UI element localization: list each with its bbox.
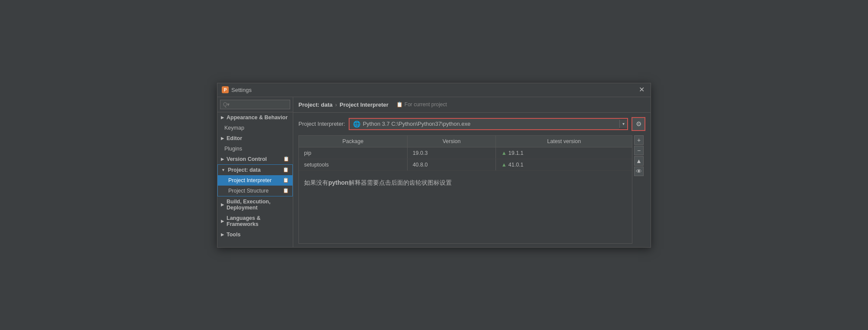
table-row[interactable]: pip 19.0.3 ▲19.1.1 xyxy=(299,147,632,159)
close-button[interactable]: ✕ xyxy=(637,85,646,94)
sidebar-label: Project Structure xyxy=(228,188,269,194)
up-icon: ▲ xyxy=(636,157,642,164)
table-actions: + − ▲ 👁 xyxy=(632,135,645,244)
annotation-bold: python xyxy=(328,179,349,186)
breadcrumb-project: Project: data xyxy=(298,101,333,108)
title-bar: P Settings ✕ xyxy=(217,83,651,97)
breadcrumb-separator: › xyxy=(335,101,337,108)
arrow-icon: ▶ xyxy=(221,115,224,120)
packages-table-wrap: Package Version Latest version pip 19.0.… xyxy=(298,135,632,244)
interpreter-value: Python 3.7 C:\Python\Python37\python.exe xyxy=(363,121,471,127)
sidebar-label: Languages & Frameworks xyxy=(227,215,289,227)
sidebar-label: Keymap xyxy=(224,125,244,131)
breadcrumb-bar: Project: data › Project Interpreter 📋 Fo… xyxy=(293,97,651,113)
window-title: Settings xyxy=(231,87,252,93)
sidebar-item-editor[interactable]: ▶ Editor xyxy=(217,133,293,144)
arrow-icon: ▶ xyxy=(221,157,224,161)
interpreter-label: Project Interpreter: xyxy=(298,121,345,127)
remove-package-button[interactable]: − xyxy=(634,146,644,155)
copy-icon: 📋 xyxy=(283,156,289,162)
title-bar-left: P Settings xyxy=(222,86,252,93)
project-data-section: ▼ Project: data 📋 Project Interpreter 📋 … xyxy=(217,164,293,196)
up-button[interactable]: ▲ xyxy=(634,156,644,166)
arrow-icon: ▶ xyxy=(221,136,224,140)
copy-icon: 📋 xyxy=(283,167,289,173)
arrow-icon: ▼ xyxy=(221,168,225,172)
sidebar-item-version-control[interactable]: ▶ Version Control 📋 xyxy=(217,154,293,164)
table-row[interactable]: setuptools 40.8.0 ▲41.0.1 xyxy=(299,159,632,170)
sidebar-label: Project: data xyxy=(228,167,261,173)
cell-latest: ▲19.1.1 xyxy=(496,147,632,159)
sidebar: ▶ Appearance & Behavior Keymap ▶ Editor … xyxy=(217,97,293,247)
remove-icon: − xyxy=(637,147,641,154)
interpreter-row: Project Interpreter: 🌐 Python 3.7 C:\Pyt… xyxy=(293,113,651,135)
sidebar-label: Editor xyxy=(227,135,242,141)
arrow-icon: ▶ xyxy=(221,232,224,237)
sidebar-item-plugins[interactable]: Plugins xyxy=(217,144,293,154)
sidebar-item-appearance-behavior[interactable]: ▶ Appearance & Behavior xyxy=(217,112,293,123)
search-box xyxy=(217,97,293,112)
python-icon: 🌐 xyxy=(353,121,360,127)
sidebar-item-project-structure[interactable]: Project Structure 📋 xyxy=(218,186,292,196)
sidebar-label: Version Control xyxy=(227,156,267,162)
breadcrumb-meta-text: For current project xyxy=(405,101,447,108)
copy-icon: 📋 xyxy=(283,177,289,183)
cell-version: 19.0.3 xyxy=(407,147,496,159)
cell-version: 40.8.0 xyxy=(407,159,496,170)
sidebar-label: Plugins xyxy=(224,146,242,152)
app-icon: P xyxy=(222,86,229,93)
col-latest: Latest version xyxy=(496,136,632,147)
cell-package: setuptools xyxy=(299,159,407,170)
arrow-icon: ▶ xyxy=(221,219,224,223)
sidebar-item-project-interpreter[interactable]: Project Interpreter 📋 xyxy=(218,175,292,186)
main-content: Project: data › Project Interpreter 📋 Fo… xyxy=(293,97,651,247)
settings-window: P Settings ✕ ▶ Appearance & Behavior Key… xyxy=(217,83,651,248)
content-area: ▶ Appearance & Behavior Keymap ▶ Editor … xyxy=(217,97,651,247)
eye-icon: 👁 xyxy=(636,168,642,175)
sidebar-label: Build, Execution, Deployment xyxy=(227,199,289,211)
cell-latest: ▲41.0.1 xyxy=(496,159,632,170)
gear-icon: ⚙ xyxy=(636,120,641,128)
breadcrumb-meta-icon: 📋 xyxy=(396,101,403,108)
col-package: Package xyxy=(299,136,407,147)
col-version: Version xyxy=(407,136,496,147)
eye-button[interactable]: 👁 xyxy=(634,167,644,176)
annotation-text: 如果没有python解释器需要点击后面的齿轮状图标设置 xyxy=(299,171,632,195)
packages-table: Package Version Latest version pip 19.0.… xyxy=(299,136,632,171)
sidebar-item-tools[interactable]: ▶ Tools xyxy=(217,229,293,240)
sidebar-item-build-execution[interactable]: ▶ Build, Execution, Deployment xyxy=(217,196,293,213)
breadcrumb-meta: 📋 For current project xyxy=(396,101,447,108)
sidebar-label: Project Interpreter xyxy=(228,177,272,183)
sidebar-label: Appearance & Behavior xyxy=(227,114,288,121)
interpreter-dropdown-btn[interactable]: ▾ xyxy=(619,120,627,128)
sidebar-item-languages-frameworks[interactable]: ▶ Languages & Frameworks xyxy=(217,213,293,229)
add-package-button[interactable]: + xyxy=(634,135,644,145)
gear-button[interactable]: ⚙ xyxy=(632,117,645,131)
add-icon: + xyxy=(637,137,641,144)
sidebar-label: Tools xyxy=(227,232,240,238)
sidebar-item-project-data[interactable]: ▼ Project: data 📋 xyxy=(218,165,292,175)
breadcrumb-page: Project Interpreter xyxy=(340,101,389,108)
arrow-icon: ▶ xyxy=(221,203,224,207)
cell-package: pip xyxy=(299,147,407,159)
interpreter-select-wrap: 🌐 Python 3.7 C:\Python\Python37\python.e… xyxy=(349,118,628,130)
annotation-before: 如果没有 xyxy=(304,179,328,186)
copy-icon: 📋 xyxy=(283,188,289,193)
search-input[interactable] xyxy=(220,100,290,109)
interpreter-select[interactable]: 🌐 Python 3.7 C:\Python\Python37\python.e… xyxy=(350,119,619,129)
annotation-after: 解释器需要点击后面的齿轮状图标设置 xyxy=(349,179,452,186)
sidebar-item-keymap[interactable]: Keymap xyxy=(217,123,293,133)
